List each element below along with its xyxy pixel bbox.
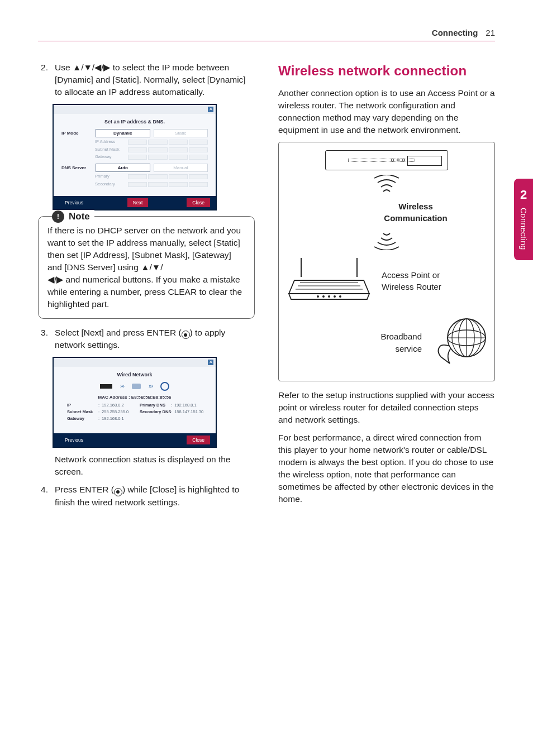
- svg-point-8: [334, 295, 336, 298]
- svg-point-6: [322, 295, 325, 298]
- page-header: Connecting 21: [38, 28, 495, 41]
- wireless-para-2: Refer to the setup instructions supplied…: [278, 389, 495, 426]
- dns-label: DNS Server: [61, 165, 92, 171]
- step-4-text: Press ENTER () while [Close] is highligh…: [55, 484, 255, 509]
- wireless-heading: Wireless network connection: [278, 61, 495, 80]
- step-2-text: Use ▲/▼/◀/▶ to select the IP mode betwee…: [55, 61, 255, 98]
- chapter-label: Connecting: [519, 208, 528, 250]
- enter-button-icon: [114, 488, 122, 496]
- static-tab: Static: [154, 129, 208, 137]
- step-3-number: 3.: [38, 327, 48, 352]
- router-icon: [284, 255, 374, 308]
- ip-settings-screenshot: ✕ Set an IP address & DNS. IP Mode Dynam…: [53, 104, 217, 210]
- signal-icon: ›››: [149, 382, 153, 390]
- scr1-prev-button: Previous: [59, 198, 89, 207]
- scr1-title: Set an IP address & DNS.: [61, 118, 208, 126]
- svg-point-7: [328, 295, 330, 298]
- broadband-label: Broadband service: [284, 331, 425, 355]
- dpad-arrows-icon: ◀/▶: [47, 275, 63, 284]
- enter-button-icon: [182, 331, 190, 339]
- wireless-comm-label: Wireless Communication: [342, 200, 489, 224]
- dynamic-tab: Dynamic: [96, 129, 150, 137]
- scr1-close-button: Close: [187, 198, 210, 207]
- connection-icons: ››› ›››: [61, 382, 208, 391]
- left-column: 2. Use ▲/▼/◀/▶ to select the IP mode bet…: [38, 61, 255, 512]
- signal-icon: ›››: [120, 382, 124, 390]
- wireless-intro-para: Another connection option is to use an A…: [278, 87, 495, 136]
- player-icon: [100, 384, 112, 389]
- svg-point-5: [317, 295, 319, 298]
- note-label: Note: [69, 210, 90, 223]
- wifi-waves-icon: [370, 229, 403, 250]
- svg-point-9: [339, 295, 341, 298]
- scr1-next-button: Next: [127, 198, 148, 207]
- note-badge-icon: !: [52, 210, 64, 223]
- scr2-prev-button: Previous: [59, 436, 89, 444]
- step-3: 3. Select [Next] and press ENTER () to a…: [38, 327, 255, 352]
- dpad-arrows-icon: ▲/▼/: [141, 262, 163, 272]
- wireless-para-3: For best performance, a direct wired con…: [278, 432, 495, 505]
- globe-icon: [160, 382, 169, 391]
- step-3-caption: Network connection status is displayed o…: [55, 453, 255, 478]
- step-3-text: Select [Next] and press ENTER () to appl…: [55, 327, 255, 352]
- close-icon: ✕: [208, 360, 213, 365]
- dpad-arrows-icon: ▲/▼/◀/▶: [73, 63, 111, 72]
- scr2-close-button: Close: [187, 436, 210, 444]
- manual-tab: Manual: [154, 164, 208, 172]
- ipmode-label: IP Mode: [61, 130, 92, 136]
- chapter-side-tab: 2 Connecting: [514, 179, 533, 260]
- globe-icon: [433, 313, 489, 372]
- close-icon: ✕: [208, 107, 213, 112]
- header-section: Connecting: [432, 28, 478, 37]
- step-4-number: 4.: [38, 484, 48, 509]
- mac-address-line: MAC Address : E8:5B:5B:B8:85:56: [61, 394, 208, 400]
- step-2-number: 2.: [38, 61, 48, 98]
- player-device-icon: [325, 150, 448, 170]
- router-icon: [132, 384, 141, 389]
- auto-tab: Auto: [96, 164, 150, 172]
- chapter-number: 2: [520, 188, 527, 202]
- access-point-label: Access Point or Wireless Router: [382, 269, 489, 293]
- header-page-number: 21: [486, 28, 495, 37]
- step-2: 2. Use ▲/▼/◀/▶ to select the IP mode bet…: [38, 61, 255, 98]
- wifi-waves-icon: [370, 175, 403, 196]
- scr2-title: Wired Network: [61, 371, 208, 379]
- wireless-diagram: Wireless Communication: [278, 142, 495, 381]
- note-box: ! Note If there is no DHCP server on the…: [38, 216, 255, 319]
- wired-network-screenshot: ✕ Wired Network ››› ››› MAC A: [53, 357, 217, 448]
- right-column: Wireless network connection Another conn…: [278, 61, 495, 512]
- step-4: 4. Press ENTER () while [Close] is highl…: [38, 484, 255, 509]
